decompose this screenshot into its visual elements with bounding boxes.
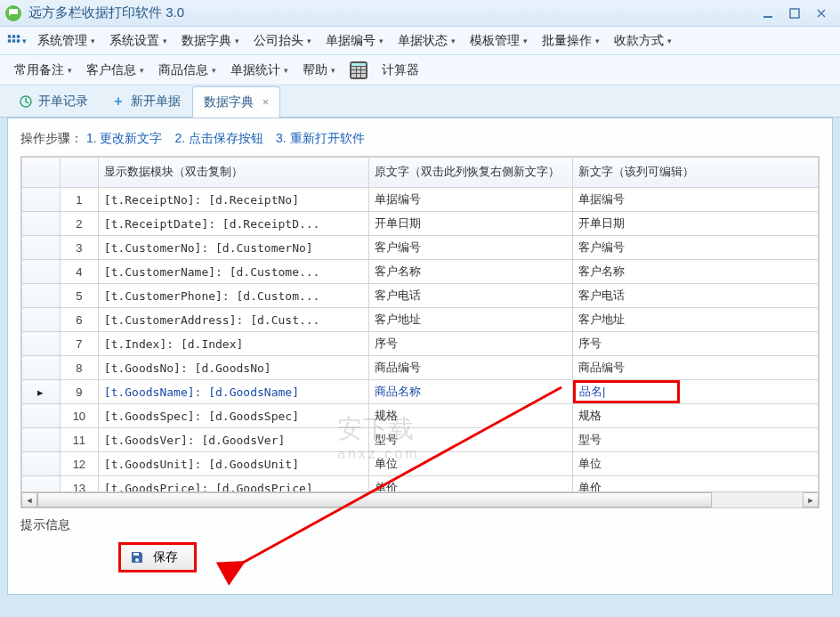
menu-1[interactable]: 系统设置▾	[102, 29, 174, 53]
menu-2[interactable]: 数据字典▾	[174, 29, 246, 53]
cell-original[interactable]: 客户电话	[369, 284, 573, 308]
table-row[interactable]: 13[t.GoodsPrice]: [d.GoodsPrice]单价单价	[22, 476, 819, 492]
menu-7[interactable]: 批量操作▾	[535, 29, 607, 53]
step-3[interactable]: 3. 重新打开软件	[276, 131, 365, 145]
cell-original[interactable]: 单位	[369, 452, 573, 476]
menu-4[interactable]: 单据编号▾	[319, 29, 391, 53]
cell-module[interactable]: [t.CustomerNo]: [d.CustomerNo]	[98, 236, 368, 260]
table-row[interactable]: 3[t.CustomerNo]: [d.CustomerNo]客户编号客户编号	[22, 236, 819, 260]
step-2[interactable]: 2. 点击保存按钮	[174, 131, 263, 145]
tab-2[interactable]: 数据字典×	[192, 86, 280, 118]
cell-new[interactable]: 单价	[573, 476, 819, 492]
toolbar2-2[interactable]: 商品信息▾	[151, 59, 223, 82]
cell-new[interactable]: 开单日期	[573, 212, 819, 236]
menu-6[interactable]: 模板管理▾	[463, 29, 535, 53]
cell-original[interactable]: 单据编号	[369, 188, 573, 212]
calculator-icon[interactable]	[350, 61, 368, 79]
cell-new[interactable]: 品名|	[573, 380, 819, 404]
tab-0[interactable]: 开单记录	[7, 85, 100, 117]
cell-original[interactable]: 客户编号	[369, 236, 573, 260]
cell-original[interactable]: 型号	[369, 428, 573, 452]
menu-grid-icon[interactable]: ▾	[7, 31, 27, 51]
grid-header-new[interactable]: 新文字（该列可编辑）	[573, 158, 819, 188]
cell-original[interactable]: 规格	[369, 404, 573, 428]
cell-edit-input[interactable]: 品名|	[573, 380, 680, 403]
cell-module[interactable]: [t.ReceiptDate]: [d.ReceiptD...	[98, 212, 368, 236]
toolbar2-4[interactable]: 帮助▾	[295, 59, 343, 82]
scroll-right-button[interactable]: ►	[803, 492, 819, 507]
table-row[interactable]: 10[t.GoodsSpec]: [d.GoodsSpec]规格规格	[22, 404, 819, 428]
row-number: 11	[60, 428, 98, 452]
menu-8[interactable]: 收款方式▾	[607, 29, 679, 53]
clock-icon	[19, 94, 33, 109]
menu-3[interactable]: 公司抬头▾	[246, 29, 319, 53]
menubar: ▾ 系统管理▾系统设置▾数据字典▾公司抬头▾单据编号▾单据状态▾模板管理▾批量操…	[0, 27, 840, 55]
minimize-button[interactable]	[755, 4, 781, 22]
cell-original[interactable]: 客户名称	[369, 260, 573, 284]
table-row[interactable]: ▸9[t.GoodsName]: [d.GoodsName]商品名称品名|	[22, 380, 819, 404]
menu-5[interactable]: 单据状态▾	[391, 29, 463, 53]
cell-original[interactable]: 商品编号	[369, 356, 573, 380]
cell-module[interactable]: [t.GoodsUnit]: [d.GoodsUnit]	[98, 452, 368, 476]
table-row[interactable]: 7[t.Index]: [d.Index]序号序号	[22, 332, 819, 356]
cell-original[interactable]: 开单日期	[369, 212, 573, 236]
cell-new[interactable]: 客户地址	[573, 308, 819, 332]
window-controls	[755, 4, 835, 22]
row-indicator	[22, 260, 61, 284]
cell-module[interactable]: [t.CustomerAddress]: [d.Cust...	[98, 308, 368, 332]
tab-close-icon[interactable]: ×	[262, 96, 269, 109]
data-grid[interactable]: 显示数据模块（双击复制） 原文字（双击此列恢复右侧新文字） 新文字（该列可编辑）…	[20, 156, 820, 508]
svg-rect-1	[790, 9, 799, 18]
toolbar2-3[interactable]: 单据统计▾	[223, 59, 295, 82]
scroll-left-button[interactable]: ◄	[21, 492, 37, 507]
cell-module[interactable]: [t.CustomerName]: [d.Custome...	[98, 260, 368, 284]
table-row[interactable]: 12[t.GoodsUnit]: [d.GoodsUnit]单位单位	[22, 452, 819, 476]
row-number: 1	[60, 188, 98, 212]
toolbar2-1[interactable]: 客户信息▾	[79, 59, 151, 82]
content-pane: 操作步骤： 1. 更改新文字2. 点击保存按钮3. 重新打开软件 显示数据模块（…	[7, 118, 833, 595]
cell-module[interactable]: [t.CustomerPhone]: [d.Custom...	[98, 284, 368, 308]
calculator-button[interactable]: 计算器	[375, 59, 426, 82]
cell-new[interactable]: 商品编号	[573, 356, 819, 380]
cell-module[interactable]: [t.GoodsPrice]: [d.GoodsPrice]	[98, 476, 368, 492]
step-1[interactable]: 1. 更改新文字	[86, 131, 163, 145]
cell-original[interactable]: 序号	[369, 332, 573, 356]
grid-header-module[interactable]: 显示数据模块（双击复制）	[98, 158, 368, 188]
cell-module[interactable]: [t.Index]: [d.Index]	[98, 332, 368, 356]
table-row[interactable]: 6[t.CustomerAddress]: [d.Cust...客户地址客户地址	[22, 308, 819, 332]
table-row[interactable]: 11[t.GoodsVer]: [d.GoodsVer]型号型号	[22, 428, 819, 452]
cell-new[interactable]: 单据编号	[573, 188, 819, 212]
horizontal-scrollbar[interactable]: ◄ ►	[21, 491, 819, 507]
save-button[interactable]: 保存	[118, 542, 197, 572]
cell-new[interactable]: 客户电话	[573, 284, 819, 308]
grid-header-original[interactable]: 原文字（双击此列恢复右侧新文字）	[369, 158, 573, 188]
row-number: 13	[60, 476, 98, 492]
row-indicator	[22, 452, 61, 476]
cell-new[interactable]: 规格	[573, 404, 819, 428]
tab-1[interactable]: +新开单据	[100, 85, 192, 117]
cell-module[interactable]: [t.GoodsName]: [d.GoodsName]	[98, 380, 368, 404]
table-row[interactable]: 8[t.GoodsNo]: [d.GoodsNo]商品编号商品编号	[22, 356, 819, 380]
toolbar2-0[interactable]: 常用备注▾	[7, 59, 79, 82]
table-row[interactable]: 5[t.CustomerPhone]: [d.Custom...客户电话客户电话	[22, 284, 819, 308]
cell-new[interactable]: 客户编号	[573, 236, 819, 260]
cell-original[interactable]: 单价	[369, 476, 573, 492]
cell-module[interactable]: [t.ReceiptNo]: [d.ReceiptNo]	[98, 188, 368, 212]
close-button[interactable]	[808, 4, 835, 22]
cell-module[interactable]: [t.GoodsSpec]: [d.GoodsSpec]	[98, 404, 368, 428]
cell-new[interactable]: 客户名称	[573, 260, 819, 284]
cell-new[interactable]: 序号	[573, 332, 819, 356]
cell-original[interactable]: 商品名称	[369, 380, 573, 404]
table-row[interactable]: 2[t.ReceiptDate]: [d.ReceiptD...开单日期开单日期	[22, 212, 819, 236]
cell-new[interactable]: 单位	[573, 452, 819, 476]
cell-new[interactable]: 型号	[573, 428, 819, 452]
cell-module[interactable]: [t.GoodsNo]: [d.GoodsNo]	[98, 356, 368, 380]
cell-original[interactable]: 客户地址	[369, 308, 573, 332]
maximize-button[interactable]	[781, 4, 808, 22]
cell-module[interactable]: [t.GoodsVer]: [d.GoodsVer]	[98, 428, 368, 452]
scroll-thumb[interactable]	[37, 492, 712, 507]
table-row[interactable]: 4[t.CustomerName]: [d.Custome...客户名称客户名称	[22, 260, 819, 284]
row-number: 12	[60, 452, 98, 476]
table-row[interactable]: 1[t.ReceiptNo]: [d.ReceiptNo]单据编号单据编号	[22, 188, 819, 212]
menu-0[interactable]: 系统管理▾	[30, 29, 102, 53]
